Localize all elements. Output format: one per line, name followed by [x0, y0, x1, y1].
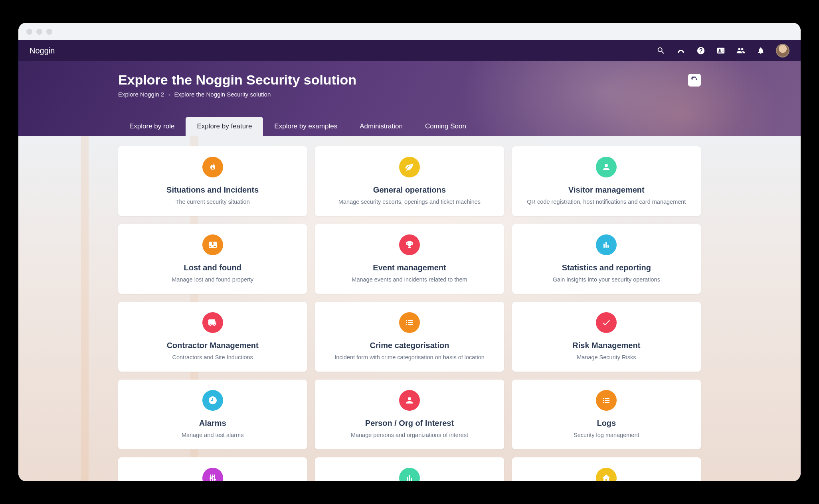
card-title: Alarms — [128, 419, 297, 428]
card-title: Risk Management — [522, 341, 691, 350]
trophy-icon — [399, 234, 420, 255]
card-event-mgmt[interactable]: Event managementManage events and incide… — [315, 224, 504, 294]
window-chrome — [18, 23, 801, 40]
card-title: Crime categorisation — [324, 341, 494, 350]
card-title: General operations — [324, 185, 494, 195]
card-title: Situations and Incidents — [128, 185, 297, 195]
home-icon — [596, 468, 617, 481]
card-description: Manage events and incidents related to t… — [324, 276, 494, 283]
help-icon[interactable] — [696, 46, 706, 55]
person-icon — [596, 157, 617, 177]
truck-icon — [202, 312, 223, 333]
list-icon — [596, 390, 617, 411]
card-title: Event management — [324, 263, 494, 272]
contact-card-icon[interactable] — [716, 46, 726, 55]
tab-explore-by-role[interactable]: Explore by role — [118, 117, 186, 136]
fire-icon — [202, 157, 223, 177]
content: Situations and IncidentsThe current secu… — [18, 136, 801, 481]
card-visitor[interactable]: Visitor managementQR code registration, … — [512, 146, 701, 216]
bell-icon[interactable] — [756, 46, 766, 55]
traffic-minimize[interactable] — [36, 29, 42, 35]
person-icon — [399, 390, 420, 411]
card-description: QR code registration, host notifications… — [522, 199, 691, 205]
card-description: The current security situation — [128, 199, 297, 205]
leaf-icon — [399, 157, 420, 177]
card-title: Contractor Management — [128, 341, 297, 350]
card-title: Person / Org of Interest — [324, 419, 494, 428]
page-title: Explore the Noggin Security solution — [118, 72, 701, 88]
search-icon[interactable] — [656, 46, 666, 55]
tab-coming-soon[interactable]: Coming Soon — [414, 117, 477, 136]
card-lost-found[interactable]: Lost and foundManage lost and found prop… — [118, 224, 307, 294]
card-description: Gain insights into your security operati… — [522, 276, 691, 283]
feature-grid: Situations and IncidentsThe current secu… — [110, 136, 709, 481]
card-partial-2[interactable] — [315, 457, 504, 481]
card-alarms[interactable]: AlarmsManage and test alarms — [118, 380, 307, 449]
card-title: Statistics and reporting — [522, 263, 691, 272]
inbox-down-icon — [202, 234, 223, 255]
card-description: Manage lost and found property — [128, 276, 297, 283]
card-description: Security log management — [522, 432, 691, 438]
card-title: Visitor management — [522, 185, 691, 195]
clock-icon — [202, 390, 223, 411]
noggin-arc-icon[interactable] — [676, 46, 686, 55]
avatar[interactable] — [776, 44, 789, 57]
breadcrumb-separator: › — [168, 91, 170, 98]
breadcrumb: Explore Noggin 2 › Explore the Noggin Se… — [118, 91, 701, 98]
card-description: Manage Security Risks — [522, 354, 691, 360]
app-root: Noggin — [18, 40, 801, 481]
brand[interactable]: Noggin — [30, 46, 55, 55]
bar-chart-icon — [596, 234, 617, 255]
refresh-button[interactable] — [688, 74, 701, 87]
card-risk[interactable]: Risk ManagementManage Security Risks — [512, 302, 701, 372]
tab-administration[interactable]: Administration — [348, 117, 414, 136]
card-partial-3[interactable] — [512, 457, 701, 481]
hero: Explore the Noggin Security solution Exp… — [18, 61, 801, 136]
card-description: Manage and test alarms — [128, 432, 297, 438]
card-description: Contractors and Site Inductions — [128, 354, 297, 360]
check-icon — [596, 312, 617, 333]
card-description: Incident form with crime categorisation … — [324, 354, 494, 360]
card-general-ops[interactable]: General operationsManage security escort… — [315, 146, 504, 216]
card-partial-1[interactable] — [118, 457, 307, 481]
card-title: Lost and found — [128, 263, 297, 272]
card-description: Manage persons and organizations of inte… — [324, 432, 494, 438]
browser-window: Noggin — [18, 23, 801, 481]
tab-explore-by-feature[interactable]: Explore by feature — [186, 117, 263, 136]
bar-chart-icon — [399, 468, 420, 481]
breadcrumb-root[interactable]: Explore Noggin 2 — [118, 91, 164, 98]
breadcrumb-current: Explore the Noggin Security solution — [174, 91, 271, 98]
list-icon — [399, 312, 420, 333]
people-icon[interactable] — [736, 46, 746, 55]
tab-explore-by-examples[interactable]: Explore by examples — [263, 117, 348, 136]
sliders-icon — [202, 468, 223, 481]
card-person-org[interactable]: Person / Org of InterestManage persons a… — [315, 380, 504, 449]
topbar-icons — [656, 44, 789, 57]
traffic-close[interactable] — [26, 29, 32, 35]
topbar: Noggin — [18, 40, 801, 61]
card-logs[interactable]: LogsSecurity log management — [512, 380, 701, 449]
card-situations[interactable]: Situations and IncidentsThe current secu… — [118, 146, 307, 216]
traffic-maximize[interactable] — [46, 29, 52, 35]
tabs: Explore by roleExplore by featureExplore… — [118, 117, 701, 136]
card-stats[interactable]: Statistics and reportingGain insights in… — [512, 224, 701, 294]
card-crime[interactable]: Crime categorisationIncident form with c… — [315, 302, 504, 372]
card-title: Logs — [522, 419, 691, 428]
card-contractor[interactable]: Contractor ManagementContractors and Sit… — [118, 302, 307, 372]
card-description: Manage security escorts, openings and ti… — [324, 199, 494, 205]
